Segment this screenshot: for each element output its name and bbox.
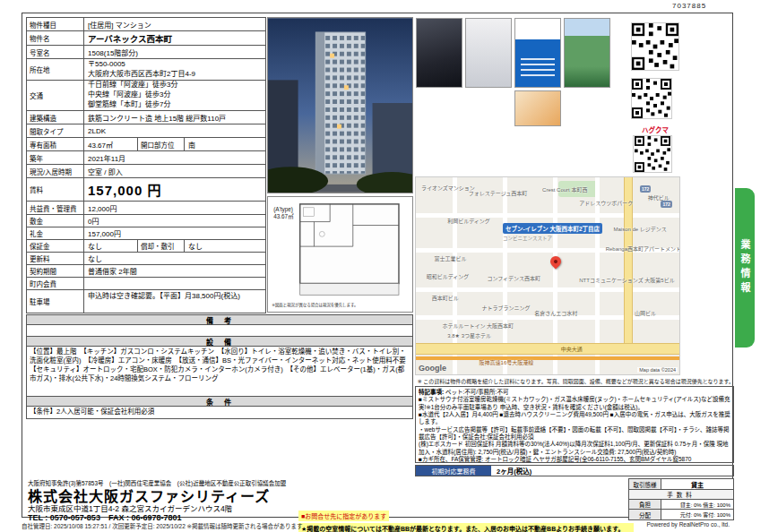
value-status: 空室 / 即入 [84, 165, 265, 177]
table-row: 現況/入居時期 空室 / 即入 [27, 165, 265, 178]
label-location: 所在地 [27, 59, 84, 80]
thumbnail-interior-photo [416, 18, 462, 88]
table-row: 保証金 なし 償却・敷引 なし [27, 240, 265, 253]
label-parking: 駐車場 [27, 290, 84, 313]
value-key-money: 157,000円 [84, 227, 265, 239]
deal-type-value: 貸主 [661, 479, 733, 489]
map-label: 富士工業ビル [435, 254, 467, 262]
fee-split-value: 元付: 0% 客付: 100% [661, 510, 733, 519]
map-label: アドレスウツボパーク [579, 199, 633, 207]
remarks-text [27, 325, 412, 337]
equipment-text: 【位置】最上階 【キッチン】ガスコンロ・システムキッチン 【水回り】トイレ・浴室… [27, 347, 412, 397]
value-access: 千日前線「阿波座」徒歩3分 中央線「阿波座」徒歩3分 御堂筋線「本町」徒歩7分 [84, 81, 265, 110]
thumbnail-bathroom-photo [465, 18, 512, 88]
qr-service-logo: ハグクマ [628, 124, 682, 134]
deal-type-table: 取引態様 貸主 手数料 負担 貸主: 0% 借主: 100% 分配 元付: 0%… [628, 478, 734, 520]
poi-category: コンビニエンスストア [503, 235, 602, 242]
label-key-money: 礼金 [27, 227, 84, 239]
google-logo: Google [419, 364, 446, 373]
special-notes-line: ■ミストサウナ付浴室暖房乾燥機(ミストカワック)・ガス温水床暖房(ヌック)・ホー… [419, 396, 730, 411]
map-label: ホテルルートイン 大阪西本町 [442, 322, 514, 330]
location-map: ライオンズマンション フォレステージュ西本町 Crest Court 本町西 ア… [415, 176, 680, 375]
label-layout-type: 間取タイプ [27, 124, 84, 137]
special-notes-box: 特記事項: ペット:不可/事務所:不可 ■ミストサウナ付浴室暖房乾燥機(ミストカ… [415, 386, 734, 463]
floorplan-type-label: (A'type) [273, 206, 293, 213]
special-notes-line: ■カギ所在、FA保管管理: オートロック暗証 ヘヤサガ部屋記号(全06-6110… [419, 456, 730, 463]
fee-burden-label: 負担 [629, 500, 661, 509]
property-sheet: 7037885 物件種目 [住居用] マンション 物件名 アーバネックス西本町 … [0, 0, 769, 532]
map-disclaimer: ※ この資料は物件の概略を紹介した資料になります。写真、間取図面、設備、概要など… [415, 377, 734, 385]
value-category: [住居用] マンション [84, 18, 265, 30]
value-rent: 157,000 円 [84, 178, 265, 201]
map-label: ナトラブランニング [482, 304, 531, 312]
label-deposit: 敷金 [27, 215, 84, 227]
floor-plan-drawing: (A'type) 43.67㎡ ※図面と現況が異なる場合は現況を優先します。 [268, 197, 412, 312]
table-row: 駐車場 申込時は空き確認要。【平面】月38,500円(税込) [27, 290, 265, 313]
fee-header: 手数料 [629, 490, 733, 499]
access-line-2: 中央線「阿波座」徒歩3分 [88, 90, 170, 100]
map-highway-line [416, 356, 679, 360]
value-amortization: なし [185, 240, 265, 252]
access-line-3: 御堂筋線「本町」徒歩7分 [88, 100, 170, 110]
value-guarantee: なし [84, 240, 138, 252]
footer-powered-by: Powered by RealNetPro co., ltd. [647, 521, 730, 528]
document-frame: 物件種目 [住居用] マンション 物件名 アーバネックス西本町 号室名 1508… [22, 13, 733, 518]
special-notes-line: ・webサービス広告掲載等【許可】転載事前連絡【不要】・図面の転載【不可】、間取… [419, 426, 730, 442]
label-category: 物件種目 [27, 18, 84, 30]
label-access: 交通 [27, 81, 84, 110]
highlight-notice: ■お問合せ先に指定があります ★掲載の空室情報については不動産BBが最新となりま… [298, 506, 634, 532]
table-row: 間取タイプ 2LDK [27, 124, 265, 138]
equipment-header: 設 備 [27, 337, 412, 347]
remarks-header: 備 考 [27, 315, 412, 325]
route-badge-icon: 172 [640, 185, 651, 193]
road-name-chuo: 中央大通 [561, 345, 583, 353]
label-guarantee: 保証金 [27, 240, 84, 252]
label-room-no: 号室名 [27, 46, 84, 58]
thumbnail-flyer-graphic [514, 18, 561, 88]
map-label: 西本町ビル [432, 294, 459, 302]
building-photo-image [268, 18, 412, 193]
value-association-fee [84, 278, 265, 289]
qr-code-icon [633, 135, 672, 173]
label-status: 現況/入居時期 [27, 165, 84, 177]
table-row: 号室名 1508(15階部分) [27, 46, 265, 59]
notice-line-2: ★掲載の空室情報については不動産BBが最新となります。また、入居のお申込は不動産… [298, 523, 634, 532]
map-label: NTTコミュニケーションズ 大阪第5ビル [579, 276, 674, 284]
value-structure: 鉄筋コンクリート造 地上15階 総戸数110戸 [84, 111, 265, 124]
table-row: 町内会費 [27, 278, 265, 290]
deal-type-row: 取引態様 貸主 [629, 479, 733, 490]
map-label: 利岡ビルディング [447, 217, 490, 225]
table-row: 共益費・管理費 12,000円 [27, 202, 265, 215]
label-structure: 建築構造 [27, 111, 84, 124]
business-info-tab[interactable]: 業務情報 [735, 188, 755, 348]
special-notes-title: 特記事項: [419, 389, 444, 395]
initial-fee-value: 2ヶ月(税込) [491, 466, 733, 476]
notice-line-1: ■お問合せ先に指定があります [298, 511, 389, 521]
access-line-1: 千日前線「阿波座」徒歩3分 [88, 81, 177, 90]
table-row: 専有面積 43.67㎡ 開口部方位 南 [27, 138, 265, 151]
conditions-header: 条 件 [27, 397, 412, 407]
label-name: 物件名 [27, 31, 84, 45]
thumbnail-small-photo [514, 90, 561, 126]
value-deposit: 0円 [84, 215, 265, 227]
qr-code-icon [631, 78, 672, 119]
map-label: 神代ビル [648, 193, 670, 202]
value-room-no: 1508(15階部分) [84, 46, 265, 58]
map-label: Rebanga西本町アパートメント [606, 245, 680, 253]
label-rent: 賃料 [27, 178, 84, 201]
document-number: 7037885 [672, 2, 706, 10]
table-row: 交通 千日前線「阿波座」徒歩3分 中央線「阿波座」徒歩3分 御堂筋線「本町」徒歩… [27, 81, 265, 111]
table-row: 更新料 なし [27, 253, 265, 265]
special-notes-line: (株)エポスカード 初回保証料 月額賃料等の30%(法人40%)以降月次保証料1… [419, 441, 730, 456]
section-bands: 備 考 設 備 【位置】最上階 【キッチン】ガスコンロ・システムキッチン 【水回… [26, 314, 413, 419]
map-label: 山岡ビル [635, 309, 656, 317]
floor-plan: (A'type) 43.67㎡ ※図面と現況が異なる場合は現況を優先します。 [267, 196, 413, 313]
label-opening: 開口部方位 [138, 138, 185, 150]
floorplan-note: ※図面と現況が異なる場合は現況を優先します。 [272, 302, 358, 308]
table-row: 建築構造 鉄筋コンクリート造 地上15階 総戸数110戸 [27, 111, 265, 124]
map-label: Maison de レジデンス [614, 225, 667, 233]
postal-code: 〒550-0005 [88, 60, 125, 70]
fee-split-row: 分配 元付: 0% 客付: 100% [629, 510, 733, 519]
map-label: Crest Court 本町西 [542, 185, 587, 193]
label-contract-term: 契約期間 [27, 265, 84, 277]
